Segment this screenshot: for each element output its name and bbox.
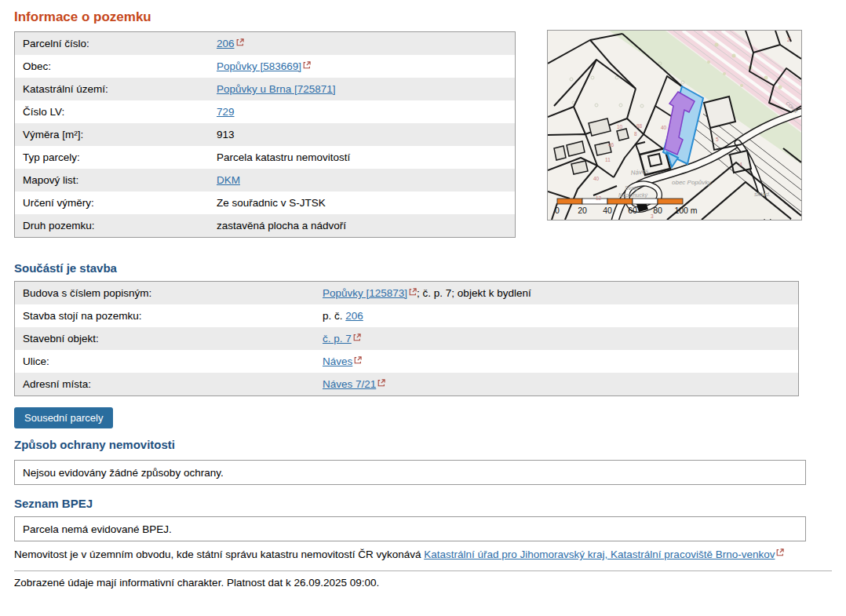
row-label: Parcelní číslo: xyxy=(15,38,217,49)
row-label: Adresní místa: xyxy=(15,378,323,390)
parcel-number-label: 3 xyxy=(651,213,654,219)
cadastral-map[interactable]: 020406080100 m NávesSvatýNepomuckýobec P… xyxy=(547,30,802,221)
protection-section-heading: Způsob ochrany nemovitosti xyxy=(14,438,175,451)
row-label: Stavba stojí na pozemku: xyxy=(15,310,323,322)
row-label: Určení výměry: xyxy=(15,197,217,209)
table-row: Mapový list:DKM xyxy=(15,169,515,191)
parcel-number-label: 8 xyxy=(634,131,637,137)
parcel-number-label: 5 xyxy=(716,137,719,142)
table-row: Stavba stojí na pozemku:p. č. 206 xyxy=(15,304,798,327)
building-section-heading: Součástí je stavba xyxy=(14,261,117,275)
scale-label: 60 xyxy=(628,206,637,215)
cadastral-office-link[interactable]: Katastrální úřad pro Jihomoravský kraj, … xyxy=(424,549,775,560)
row-value: č. p. 7 xyxy=(323,333,361,344)
table-row: Stavební objekt:č. p. 7 xyxy=(15,327,798,350)
row-label: Katastrální území: xyxy=(15,83,217,95)
map-place-label: obec Popůvky xyxy=(672,179,712,186)
row-label: Budova s číslem popisným: xyxy=(15,287,323,299)
table-row: Typ parcely:Parcela katastru nemovitostí xyxy=(15,146,515,169)
scale-label: 20 xyxy=(578,206,587,215)
row-label: Obec: xyxy=(15,60,217,72)
page-title: Informace o pozemku xyxy=(14,9,151,25)
external-link-icon xyxy=(353,334,361,341)
value-link[interactable]: č. p. 7 xyxy=(323,333,352,344)
parcel-number-label: 40 xyxy=(593,176,600,181)
parcel-number-label: 46 xyxy=(608,142,614,148)
neighboring-parcels-button[interactable]: Sousední parcely xyxy=(14,407,113,428)
parcel-info-table: Parcelní číslo:206Obec:Popůvky [583669]K… xyxy=(14,31,516,238)
value-text: zastavěná plocha a nádvoří xyxy=(217,220,346,231)
value-link[interactable]: Popůvky [583669] xyxy=(217,60,301,72)
external-link-icon xyxy=(236,38,244,46)
row-label: Ulice: xyxy=(15,355,323,367)
protection-text: Nejsou evidovány žádné způsoby ochrany. xyxy=(23,467,224,479)
map-place-label: sklad. xyxy=(754,191,771,198)
table-row: Výměra [m²]:913 xyxy=(15,123,515,146)
parcel-number-label: 88 xyxy=(636,123,643,129)
table-row: Katastrální území:Popůvky u Brna [725871… xyxy=(15,78,515,100)
row-label: Stavební objekt: xyxy=(15,333,323,344)
value-link[interactable]: Popůvky [125873] xyxy=(323,287,407,299)
value-link[interactable]: Náves xyxy=(323,355,352,367)
scale-label: 40 xyxy=(603,206,612,215)
parcel-number-label: 12 xyxy=(596,195,602,201)
table-row: Číslo LV:729 xyxy=(15,100,515,123)
value-text: Parcela katastru nemovitostí xyxy=(217,151,350,163)
row-label: Mapový list: xyxy=(15,174,217,186)
map-place-label: Svatý xyxy=(625,185,639,191)
row-value: DKM xyxy=(217,174,240,186)
parcel-info-page: Informace o pozemku Parcelní číslo:206Ob… xyxy=(0,0,846,616)
parcel-number-label: 2 xyxy=(787,37,790,42)
value-link[interactable]: 206 xyxy=(217,38,235,49)
row-value: Popůvky u Brna [725871] xyxy=(217,83,336,95)
parcel-number-label: 4 xyxy=(739,162,742,167)
building-table: Budova s číslem popisným:Popůvky [125873… xyxy=(14,281,799,396)
table-row: Druh pozemku:zastavěná plocha a nádvoří xyxy=(15,214,515,237)
value-text: 913 xyxy=(217,129,235,140)
map-place-label: Nepomucký xyxy=(618,192,647,199)
row-value: 913 xyxy=(217,129,235,140)
row-label: Druh pozemku: xyxy=(15,220,217,231)
external-link-icon xyxy=(354,356,362,364)
row-value: Náves xyxy=(323,355,362,367)
row-value: p. č. 206 xyxy=(323,310,363,322)
row-value: 729 xyxy=(217,106,235,118)
row-value: zastavěná plocha a nádvoří xyxy=(217,220,346,231)
value-text: ; č. p. 7; objekt k bydlení xyxy=(417,287,531,299)
bpej-section-heading: Seznam BPEJ xyxy=(14,497,93,510)
value-link[interactable]: DKM xyxy=(217,174,240,186)
external-link-icon xyxy=(776,549,784,556)
value-link[interactable]: 729 xyxy=(217,106,235,118)
data-validity-disclaimer: Zobrazené údaje mají informativní charak… xyxy=(14,577,379,589)
external-link-icon xyxy=(409,288,417,296)
row-label: Výměra [m²]: xyxy=(15,129,217,140)
row-value: Náves 7/21 xyxy=(323,378,385,390)
table-row: Obec:Popůvky [583669] xyxy=(15,55,515,78)
scale-label: 100 m xyxy=(674,206,697,215)
table-row: Adresní místa:Náves 7/21 xyxy=(15,373,798,395)
row-label: Číslo LV: xyxy=(15,106,217,118)
value-link[interactable]: Náves 7/21 xyxy=(323,378,376,390)
scale-label: 80 xyxy=(653,206,662,215)
row-value: Parcela katastru nemovitostí xyxy=(217,151,350,163)
value-text: Ze souřadnic v S-JTSK xyxy=(217,197,326,209)
row-value: Ze souřadnic v S-JTSK xyxy=(217,197,326,209)
protection-info-box: Nejsou evidovány žádné způsoby ochrany. xyxy=(14,460,806,485)
jurisdiction-prefix: Nemovitost je v územním obvodu, kde stát… xyxy=(14,549,424,560)
table-row: Určení výměry:Ze souřadnic v S-JTSK xyxy=(15,191,515,214)
row-value: Popůvky [125873]; č. p. 7; objekt k bydl… xyxy=(323,287,531,299)
value-link[interactable]: 206 xyxy=(345,310,363,322)
parcel-number-label: 10 xyxy=(617,124,623,129)
bpej-info-box: Parcela nemá evidované BPEJ. xyxy=(14,516,806,541)
bpej-text: Parcela nemá evidované BPEJ. xyxy=(23,523,172,535)
divider xyxy=(14,570,832,571)
external-link-icon xyxy=(377,379,385,387)
scale-label: 0 xyxy=(555,206,560,215)
cadastral-map-image[interactable]: 020406080100 m NávesSvatýNepomuckýobec P… xyxy=(548,31,801,220)
table-row: Budova s číslem popisným:Popůvky [125873… xyxy=(15,282,798,304)
parcel-number-label: 40 xyxy=(661,125,667,130)
value-link[interactable]: Popůvky u Brna [725871] xyxy=(217,83,336,95)
row-value: Popůvky [583669] xyxy=(217,60,311,72)
table-row: Ulice:Náves xyxy=(15,350,798,373)
jurisdiction-note: Nemovitost je v územním obvodu, kde stát… xyxy=(14,549,784,560)
